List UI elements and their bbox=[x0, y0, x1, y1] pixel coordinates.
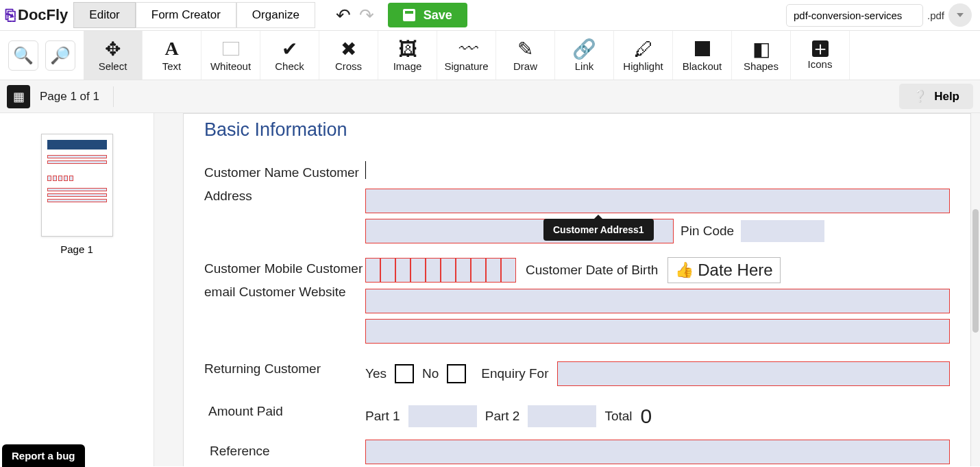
more-button[interactable] bbox=[948, 3, 972, 27]
thumbs-up-icon: 👍 bbox=[675, 261, 694, 279]
customer-name-address-label: Customer Name Customer Address bbox=[204, 161, 365, 234]
tool-signature-label: Signature bbox=[444, 60, 488, 72]
separator bbox=[113, 86, 114, 107]
tool-draw[interactable]: ✎ Draw bbox=[496, 31, 555, 80]
canvas[interactable]: Basic Information Customer Name Customer… bbox=[154, 113, 980, 466]
customer-mobile-field[interactable] bbox=[365, 258, 516, 283]
tool-whiteout[interactable]: Whiteout bbox=[201, 31, 260, 80]
amount-paid-label: Amount Paid bbox=[204, 400, 365, 423]
tool-text[interactable]: A Text bbox=[143, 31, 201, 80]
returning-customer-label: Returning Customer bbox=[204, 357, 365, 381]
whiteout-icon bbox=[223, 38, 239, 59]
cross-icon: ✖ bbox=[341, 38, 356, 59]
redo-button[interactable]: ↷ bbox=[359, 5, 374, 26]
tool-blackout[interactable]: Blackout bbox=[673, 31, 732, 80]
yes-checkbox[interactable] bbox=[395, 364, 414, 383]
form-creator-mode-button[interactable]: Form Creator bbox=[136, 2, 236, 28]
zoom-in-button[interactable]: 🔎 bbox=[45, 40, 75, 71]
chevron-down-icon bbox=[957, 13, 964, 17]
tool-image-label: Image bbox=[393, 60, 422, 72]
tool-text-label: Text bbox=[162, 60, 182, 72]
total-label: Total bbox=[604, 409, 632, 424]
enquiry-field[interactable] bbox=[557, 361, 951, 386]
tool-draw-label: Draw bbox=[513, 60, 537, 72]
shapes-icon: ◧ bbox=[752, 38, 770, 59]
tool-cross[interactable]: ✖ Cross bbox=[319, 31, 378, 80]
help-icon: ❔ bbox=[913, 89, 927, 104]
file-extension: .pdf bbox=[927, 10, 944, 21]
filename-input[interactable] bbox=[786, 4, 923, 27]
enquiry-label: Enquiry For bbox=[481, 366, 548, 381]
section-title: Basic Information bbox=[204, 119, 950, 141]
field-tooltip: Customer Address1 bbox=[543, 219, 654, 241]
dob-label: Customer Date of Birth bbox=[526, 263, 658, 278]
part2-label: Part 2 bbox=[485, 409, 520, 424]
scrollbar[interactable] bbox=[972, 209, 979, 333]
part2-field[interactable] bbox=[528, 405, 596, 427]
tool-highlight[interactable]: 🖊 Highlight bbox=[614, 31, 673, 80]
text-icon: A bbox=[164, 38, 178, 59]
pincode-field[interactable] bbox=[741, 220, 824, 242]
zoom-out-button[interactable]: 🔍 bbox=[8, 40, 38, 71]
tool-check[interactable]: ✔ Check bbox=[260, 31, 319, 80]
part1-label: Part 1 bbox=[365, 409, 400, 424]
tool-signature[interactable]: 〰 Signature bbox=[437, 31, 496, 80]
reference-label: Reference bbox=[204, 440, 365, 463]
signature-icon: 〰 bbox=[457, 38, 476, 59]
reference-field[interactable] bbox=[365, 440, 950, 464]
highlight-icon: 🖊 bbox=[634, 38, 653, 59]
page-info: Page 1 of 1 bbox=[40, 90, 99, 104]
tool-select-label: Select bbox=[99, 60, 127, 72]
pdf-page[interactable]: Basic Information Customer Name Customer… bbox=[183, 113, 971, 466]
report-bug-button[interactable]: Report a bug bbox=[2, 444, 85, 467]
tool-select[interactable]: ✥ Select bbox=[84, 31, 143, 80]
tool-cross-label: Cross bbox=[335, 60, 362, 72]
blackout-icon bbox=[695, 38, 710, 59]
thumbnail-panel: Page 1 bbox=[0, 113, 154, 466]
total-value: 0 bbox=[641, 405, 652, 428]
customer-website-field[interactable] bbox=[365, 319, 950, 344]
no-label: No bbox=[422, 366, 439, 381]
editor-mode-button[interactable]: Editor bbox=[73, 2, 135, 28]
tool-whiteout-label: Whiteout bbox=[210, 60, 251, 72]
tool-icons[interactable]: ＋ Icons bbox=[791, 31, 850, 80]
save-label: Save bbox=[424, 8, 452, 23]
tool-highlight-label: Highlight bbox=[623, 60, 663, 72]
customer-address-field-1[interactable] bbox=[365, 189, 950, 213]
organize-mode-button[interactable]: Organize bbox=[236, 2, 315, 28]
link-icon: 🔗 bbox=[572, 38, 596, 59]
page-thumbnail[interactable] bbox=[41, 134, 113, 237]
logo: ⎘ DocFly bbox=[5, 5, 68, 25]
thumbnail-grid-button[interactable]: ▦ bbox=[7, 85, 30, 108]
mobile-email-website-label: Customer Mobile Customer email Customer … bbox=[204, 257, 365, 334]
move-icon: ✥ bbox=[105, 38, 121, 59]
thumbnail-label: Page 1 bbox=[60, 243, 93, 255]
help-label: Help bbox=[934, 90, 959, 104]
check-icon: ✔ bbox=[282, 38, 297, 59]
brand-text: DocFly bbox=[18, 6, 68, 24]
date-placeholder: Date Here bbox=[698, 261, 772, 280]
draw-icon: ✎ bbox=[517, 38, 533, 59]
undo-button[interactable]: ↶ bbox=[336, 5, 351, 26]
text-cursor bbox=[365, 161, 366, 179]
tool-image[interactable]: 🖼 Image bbox=[378, 31, 437, 80]
plus-icon: ＋ bbox=[812, 40, 829, 57]
tool-check-label: Check bbox=[275, 60, 304, 72]
image-icon: 🖼 bbox=[398, 38, 417, 59]
tool-link[interactable]: 🔗 Link bbox=[555, 31, 614, 80]
no-checkbox[interactable] bbox=[447, 364, 466, 383]
customer-email-field[interactable] bbox=[365, 289, 950, 313]
tool-link-label: Link bbox=[575, 60, 594, 72]
part1-field[interactable] bbox=[408, 405, 477, 427]
help-button[interactable]: ❔ Help bbox=[899, 84, 973, 109]
pincode-label: Pin Code bbox=[681, 224, 734, 239]
save-icon bbox=[403, 9, 415, 21]
save-button[interactable]: Save bbox=[388, 3, 467, 27]
logo-icon: ⎘ bbox=[5, 5, 15, 25]
tool-icons-label: Icons bbox=[808, 58, 833, 70]
yes-label: Yes bbox=[365, 366, 387, 381]
tool-shapes-label: Shapes bbox=[744, 60, 779, 72]
date-field[interactable]: 👍 Date Here bbox=[667, 257, 780, 283]
tool-blackout-label: Blackout bbox=[683, 60, 722, 72]
tool-shapes[interactable]: ◧ Shapes bbox=[732, 31, 791, 80]
